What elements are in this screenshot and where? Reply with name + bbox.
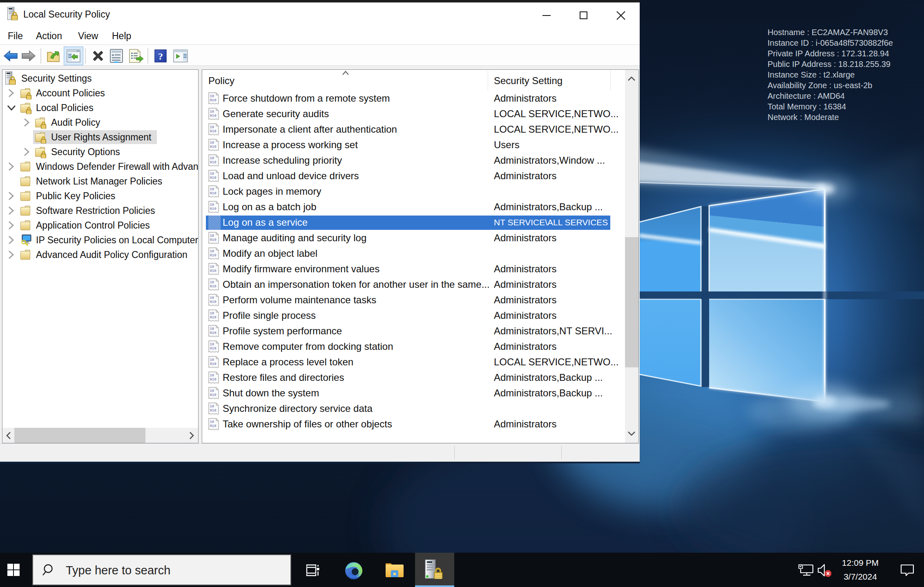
svg-text:010: 010 <box>210 160 216 165</box>
svg-text:10: 10 <box>210 311 214 316</box>
svg-text:010: 010 <box>210 238 216 242</box>
svg-text:10: 10 <box>210 125 214 129</box>
svg-text:010: 010 <box>210 207 216 211</box>
svg-text:010: 010 <box>210 331 216 335</box>
svg-text:010: 010 <box>210 253 216 258</box>
svg-text:010: 010 <box>210 424 216 428</box>
svg-text:10: 10 <box>210 265 214 269</box>
svg-text:10: 10 <box>210 296 214 300</box>
svg-text:010: 010 <box>210 285 216 289</box>
svg-text:10: 10 <box>210 358 214 362</box>
svg-text:10: 10 <box>210 141 214 145</box>
svg-text:10: 10 <box>210 172 214 176</box>
svg-text:010: 010 <box>210 393 216 397</box>
svg-text:010: 010 <box>210 362 216 366</box>
svg-text:10: 10 <box>210 327 214 331</box>
svg-text:010: 010 <box>210 114 216 118</box>
svg-text:010: 010 <box>210 347 216 351</box>
svg-text:?: ? <box>158 51 163 62</box>
svg-text:10: 10 <box>210 156 214 160</box>
svg-text:10: 10 <box>210 249 214 253</box>
svg-text:010: 010 <box>210 98 216 102</box>
svg-text:10: 10 <box>210 234 214 238</box>
svg-text:010: 010 <box>210 300 216 304</box>
svg-text:10: 10 <box>210 405 214 409</box>
svg-text:10: 10 <box>210 187 214 191</box>
svg-text:010: 010 <box>210 316 216 320</box>
svg-text:010: 010 <box>210 129 216 133</box>
svg-text:10: 10 <box>210 203 214 207</box>
svg-text:10: 10 <box>210 389 214 393</box>
svg-text:010: 010 <box>210 409 216 413</box>
svg-text:010: 010 <box>210 145 216 149</box>
svg-text:010: 010 <box>210 176 216 180</box>
svg-text:10: 10 <box>210 280 214 285</box>
svg-text:10: 10 <box>210 342 214 347</box>
svg-text:010: 010 <box>210 191 216 196</box>
svg-text:010: 010 <box>210 269 216 273</box>
svg-text:010: 010 <box>210 378 216 382</box>
svg-text:10: 10 <box>210 94 214 98</box>
svg-text:10: 10 <box>210 110 214 114</box>
svg-text:10: 10 <box>210 420 214 424</box>
svg-text:10: 10 <box>210 374 214 378</box>
